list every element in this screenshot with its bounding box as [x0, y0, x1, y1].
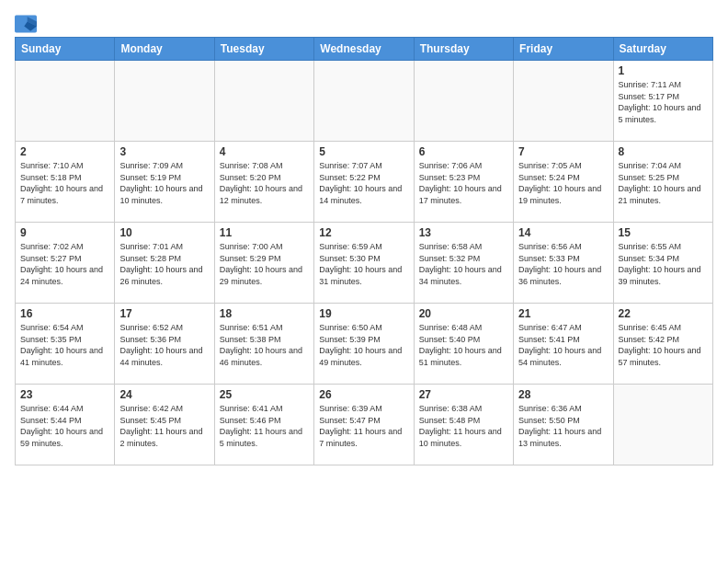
day-number: 12	[319, 226, 408, 239]
day-number: 25	[220, 388, 309, 401]
day-info: Sunrise: 6:54 AM Sunset: 5:35 PM Dayligh…	[20, 322, 109, 368]
day-number: 23	[20, 388, 109, 401]
day-info: Sunrise: 6:47 AM Sunset: 5:41 PM Dayligh…	[518, 322, 608, 368]
weekday-header-thursday: Thursday	[414, 38, 513, 61]
weekday-header-saturday: Saturday	[613, 38, 712, 61]
calendar-cell: 13Sunrise: 6:58 AM Sunset: 5:32 PM Dayli…	[414, 223, 513, 304]
weekday-header-wednesday: Wednesday	[314, 38, 414, 61]
calendar-cell: 18Sunrise: 6:51 AM Sunset: 5:38 PM Dayli…	[214, 304, 313, 385]
calendar-cell: 23Sunrise: 6:44 AM Sunset: 5:44 PM Dayli…	[16, 385, 115, 465]
day-info: Sunrise: 6:58 AM Sunset: 5:32 PM Dayligh…	[419, 241, 508, 287]
day-number: 3	[119, 145, 209, 158]
calendar-cell: 24Sunrise: 6:42 AM Sunset: 5:45 PM Dayli…	[115, 385, 214, 465]
calendar-cell: 21Sunrise: 6:47 AM Sunset: 5:41 PM Dayli…	[514, 304, 613, 385]
day-number: 21	[518, 307, 608, 320]
calendar-cell: 17Sunrise: 6:52 AM Sunset: 5:36 PM Dayli…	[115, 304, 214, 385]
week-row-3: 16Sunrise: 6:54 AM Sunset: 5:35 PM Dayli…	[16, 304, 713, 385]
week-row-1: 2Sunrise: 7:10 AM Sunset: 5:18 PM Daylig…	[16, 142, 713, 223]
day-info: Sunrise: 6:41 AM Sunset: 5:46 PM Dayligh…	[220, 403, 309, 449]
week-row-2: 9Sunrise: 7:02 AM Sunset: 5:27 PM Daylig…	[16, 223, 713, 304]
day-number: 11	[220, 226, 309, 239]
day-number: 26	[319, 388, 408, 401]
weekday-header-row: SundayMondayTuesdayWednesdayThursdayFrid…	[16, 38, 713, 61]
day-info: Sunrise: 6:48 AM Sunset: 5:40 PM Dayligh…	[419, 322, 508, 368]
calendar-cell: 25Sunrise: 6:41 AM Sunset: 5:46 PM Dayli…	[214, 385, 313, 465]
day-info: Sunrise: 7:01 AM Sunset: 5:28 PM Dayligh…	[119, 241, 209, 287]
day-info: Sunrise: 7:09 AM Sunset: 5:19 PM Dayligh…	[119, 160, 209, 206]
day-info: Sunrise: 7:11 AM Sunset: 5:17 PM Dayligh…	[619, 79, 708, 125]
day-info: Sunrise: 6:36 AM Sunset: 5:50 PM Dayligh…	[518, 403, 608, 449]
calendar-cell	[514, 61, 613, 142]
calendar-cell	[214, 61, 313, 142]
day-info: Sunrise: 6:42 AM Sunset: 5:45 PM Dayligh…	[119, 403, 209, 449]
calendar-cell: 6Sunrise: 7:06 AM Sunset: 5:23 PM Daylig…	[414, 142, 513, 223]
calendar-cell: 2Sunrise: 7:10 AM Sunset: 5:18 PM Daylig…	[16, 142, 115, 223]
day-number: 22	[619, 307, 708, 320]
week-row-0: 1Sunrise: 7:11 AM Sunset: 5:17 PM Daylig…	[16, 61, 713, 142]
day-number: 2	[20, 145, 109, 158]
calendar-cell: 27Sunrise: 6:38 AM Sunset: 5:48 PM Dayli…	[414, 385, 513, 465]
weekday-header-friday: Friday	[514, 38, 613, 61]
day-number: 1	[619, 64, 708, 77]
calendar-cell: 8Sunrise: 7:04 AM Sunset: 5:25 PM Daylig…	[613, 142, 712, 223]
calendar-cell	[115, 61, 214, 142]
calendar-cell: 22Sunrise: 6:45 AM Sunset: 5:42 PM Dayli…	[613, 304, 712, 385]
day-number: 5	[319, 145, 408, 158]
calendar-cell: 20Sunrise: 6:48 AM Sunset: 5:40 PM Dayli…	[414, 304, 513, 385]
calendar-cell: 11Sunrise: 7:00 AM Sunset: 5:29 PM Dayli…	[214, 223, 313, 304]
calendar-cell: 4Sunrise: 7:08 AM Sunset: 5:20 PM Daylig…	[214, 142, 313, 223]
day-number: 18	[220, 307, 309, 320]
day-info: Sunrise: 6:59 AM Sunset: 5:30 PM Dayligh…	[319, 241, 408, 287]
day-info: Sunrise: 7:04 AM Sunset: 5:25 PM Dayligh…	[619, 160, 708, 206]
calendar-cell	[16, 61, 115, 142]
calendar-cell: 7Sunrise: 7:05 AM Sunset: 5:24 PM Daylig…	[514, 142, 613, 223]
logo-icon	[15, 15, 37, 33]
day-info: Sunrise: 6:39 AM Sunset: 5:47 PM Dayligh…	[319, 403, 408, 449]
day-number: 15	[619, 226, 708, 239]
calendar-cell: 26Sunrise: 6:39 AM Sunset: 5:47 PM Dayli…	[314, 385, 414, 465]
day-number: 10	[119, 226, 209, 239]
logo	[15, 15, 40, 33]
calendar-cell	[613, 385, 712, 465]
calendar-table: SundayMondayTuesdayWednesdayThursdayFrid…	[15, 37, 713, 465]
calendar-cell: 1Sunrise: 7:11 AM Sunset: 5:17 PM Daylig…	[613, 61, 712, 142]
calendar-cell: 28Sunrise: 6:36 AM Sunset: 5:50 PM Dayli…	[514, 385, 613, 465]
day-info: Sunrise: 7:02 AM Sunset: 5:27 PM Dayligh…	[20, 241, 109, 287]
day-info: Sunrise: 6:56 AM Sunset: 5:33 PM Dayligh…	[518, 241, 608, 287]
weekday-header-monday: Monday	[115, 38, 214, 61]
day-number: 19	[319, 307, 408, 320]
calendar-cell: 9Sunrise: 7:02 AM Sunset: 5:27 PM Daylig…	[16, 223, 115, 304]
day-number: 4	[220, 145, 309, 158]
day-number: 24	[119, 388, 209, 401]
day-number: 14	[518, 226, 608, 239]
day-info: Sunrise: 7:08 AM Sunset: 5:20 PM Dayligh…	[220, 160, 309, 206]
day-info: Sunrise: 6:52 AM Sunset: 5:36 PM Dayligh…	[119, 322, 209, 368]
day-info: Sunrise: 7:07 AM Sunset: 5:22 PM Dayligh…	[319, 160, 408, 206]
day-info: Sunrise: 6:55 AM Sunset: 5:34 PM Dayligh…	[619, 241, 708, 287]
day-number: 28	[518, 388, 608, 401]
day-number: 13	[419, 226, 508, 239]
day-number: 16	[20, 307, 109, 320]
day-number: 17	[119, 307, 209, 320]
calendar-cell: 15Sunrise: 6:55 AM Sunset: 5:34 PM Dayli…	[613, 223, 712, 304]
calendar-cell: 19Sunrise: 6:50 AM Sunset: 5:39 PM Dayli…	[314, 304, 414, 385]
weekday-header-sunday: Sunday	[16, 38, 115, 61]
day-number: 7	[518, 145, 608, 158]
day-info: Sunrise: 6:45 AM Sunset: 5:42 PM Dayligh…	[619, 322, 708, 368]
day-info: Sunrise: 7:00 AM Sunset: 5:29 PM Dayligh…	[220, 241, 309, 287]
day-info: Sunrise: 6:51 AM Sunset: 5:38 PM Dayligh…	[220, 322, 309, 368]
day-number: 6	[419, 145, 508, 158]
calendar-cell: 16Sunrise: 6:54 AM Sunset: 5:35 PM Dayli…	[16, 304, 115, 385]
day-info: Sunrise: 7:10 AM Sunset: 5:18 PM Dayligh…	[20, 160, 109, 206]
calendar-cell: 5Sunrise: 7:07 AM Sunset: 5:22 PM Daylig…	[314, 142, 414, 223]
day-number: 20	[419, 307, 508, 320]
calendar-cell: 14Sunrise: 6:56 AM Sunset: 5:33 PM Dayli…	[514, 223, 613, 304]
day-number: 27	[419, 388, 508, 401]
day-info: Sunrise: 7:05 AM Sunset: 5:24 PM Dayligh…	[518, 160, 608, 206]
weekday-header-tuesday: Tuesday	[214, 38, 313, 61]
day-number: 9	[20, 226, 109, 239]
day-info: Sunrise: 6:50 AM Sunset: 5:39 PM Dayligh…	[319, 322, 408, 368]
day-info: Sunrise: 6:38 AM Sunset: 5:48 PM Dayligh…	[419, 403, 508, 449]
calendar-cell: 12Sunrise: 6:59 AM Sunset: 5:30 PM Dayli…	[314, 223, 414, 304]
day-number: 8	[619, 145, 708, 158]
